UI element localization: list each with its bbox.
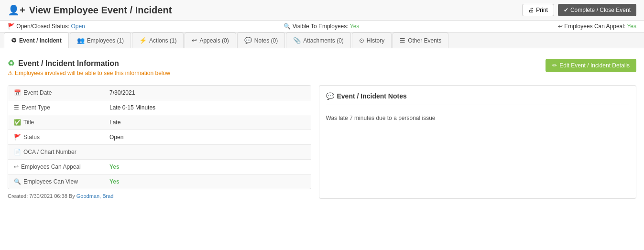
field-icon-2: ✅ bbox=[14, 119, 21, 126]
right-panel: 💬 Event / Incident Notes Was late 7 minu… bbox=[319, 85, 637, 199]
header-buttons: 🖨 Print ✔ Complete / Close Event bbox=[522, 4, 636, 16]
info-value-2: Late bbox=[104, 115, 311, 130]
info-value-3: Open bbox=[104, 130, 311, 144]
complete-close-button[interactable]: ✔ Complete / Close Event bbox=[558, 4, 636, 16]
edit-event-button[interactable]: ✏ Edit Event / Incident Details bbox=[546, 59, 636, 72]
tab-icon-notes: 💬 bbox=[244, 37, 252, 44]
tab-icon-appeals: ↩ bbox=[192, 37, 197, 44]
visible-value-link[interactable]: Yes bbox=[350, 23, 360, 30]
info-row-2: ✅TitleLate bbox=[8, 115, 311, 130]
tab-label-appeals: Appeals (0) bbox=[199, 37, 229, 44]
field-icon-5: ↩ bbox=[14, 163, 19, 170]
info-value-5: Yes bbox=[104, 160, 311, 174]
info-value-6: Yes bbox=[104, 174, 311, 189]
search-icon: 🔍 bbox=[284, 23, 291, 30]
tab-label-other-events: Other Events bbox=[408, 37, 441, 44]
tab-notes[interactable]: 💬Notes (0) bbox=[237, 33, 285, 48]
section-title-area: ♻ Event / Incident Information ⚠ Employe… bbox=[8, 59, 170, 82]
tab-label-attachments: Attachments (0) bbox=[303, 37, 344, 44]
tab-icon-employees: 👥 bbox=[77, 37, 85, 44]
warning-text: ⚠ Employees involved will be able to see… bbox=[8, 70, 170, 76]
info-label-1: ☰Event Type bbox=[8, 100, 104, 115]
tab-label-history: History bbox=[367, 37, 384, 44]
tab-label-notes: Notes (0) bbox=[254, 37, 278, 44]
info-label-6: 🔍Employees Can View bbox=[8, 174, 104, 189]
field-icon-3: 🚩 bbox=[14, 134, 21, 141]
pencil-icon: ✏ bbox=[552, 62, 557, 69]
print-button[interactable]: 🖨 Print bbox=[522, 4, 554, 16]
field-icon-4: 📄 bbox=[14, 149, 21, 155]
warning-icon: ⚠ bbox=[8, 70, 13, 76]
notes-icon: 💬 bbox=[326, 92, 334, 100]
info-label-4: 📄OCA / Chart Number bbox=[8, 145, 104, 159]
notes-content: Was late 7 minutes due to a personal iss… bbox=[326, 112, 630, 124]
info-value-1: Late 0-15 Minutes bbox=[104, 100, 311, 115]
tab-label-actions: Actions (1) bbox=[149, 37, 176, 44]
info-label-0: 📅Event Date bbox=[8, 86, 104, 100]
section-title-text: Event / Incident Information bbox=[18, 59, 119, 68]
info-table: 📅Event Date7/30/2021☰Event TypeLate 0-15… bbox=[8, 85, 311, 189]
page-title-text: View Employee Event / Incident bbox=[29, 5, 172, 16]
open-closed-status: 🚩 Open/Closed Status: Open bbox=[8, 23, 85, 30]
info-row-1: ☰Event TypeLate 0-15 Minutes bbox=[8, 100, 311, 115]
tab-attachments[interactable]: 📎Attachments (0) bbox=[286, 33, 351, 48]
add-person-icon: 👤+ bbox=[8, 4, 25, 16]
tab-appeals[interactable]: ↩Appeals (0) bbox=[185, 33, 236, 48]
page-wrapper: 👤+ View Employee Event / Incident 🖨 Prin… bbox=[0, 0, 644, 250]
info-row-3: 🚩StatusOpen bbox=[8, 130, 311, 145]
tab-icon-attachments: 📎 bbox=[293, 37, 301, 44]
status-bar: 🚩 Open/Closed Status: Open 🔍 Visible To … bbox=[0, 21, 644, 33]
notes-title: 💬 Event / Incident Notes bbox=[326, 92, 630, 105]
tabs-bar: ♻Event / Incident👥Employees (1)⚡Actions … bbox=[0, 33, 644, 48]
info-label-3: 🚩Status bbox=[8, 130, 104, 144]
tab-icon-other-events: ☰ bbox=[400, 37, 405, 44]
open-closed-link[interactable]: Open bbox=[71, 23, 85, 30]
tab-history[interactable]: ⊙History bbox=[352, 33, 392, 48]
tab-label-event-incident: Event / Incident bbox=[19, 37, 62, 44]
info-label-2: ✅Title bbox=[8, 115, 104, 130]
visible-to-employees: 🔍 Visible To Employees: Yes bbox=[284, 23, 359, 30]
tab-other-events[interactable]: ☰Other Events bbox=[393, 33, 448, 48]
field-icon-6: 🔍 bbox=[14, 178, 21, 185]
info-row-6: 🔍Employees Can ViewYes bbox=[8, 174, 311, 189]
printer-icon: 🖨 bbox=[528, 7, 534, 13]
info-row-4: 📄OCA / Chart Number bbox=[8, 145, 311, 160]
content-columns: 📅Event Date7/30/2021☰Event TypeLate 0-15… bbox=[8, 85, 636, 199]
tab-icon-actions: ⚡ bbox=[139, 37, 147, 44]
field-icon-0: 📅 bbox=[14, 89, 21, 96]
info-label-5: ↩Employees Can Appeal bbox=[8, 160, 104, 174]
appeal-status-icon: ↩ bbox=[558, 23, 563, 30]
appeal-value-link[interactable]: Yes bbox=[627, 23, 636, 30]
field-icon-1: ☰ bbox=[14, 104, 19, 111]
info-row-0: 📅Event Date7/30/2021 bbox=[8, 86, 311, 100]
employees-can-appeal: ↩ Employees Can Appeal: Yes bbox=[558, 23, 636, 30]
created-by-link[interactable]: Goodman, Brad bbox=[76, 193, 114, 199]
tab-icon-event-incident: ♻ bbox=[11, 37, 17, 44]
page-title: 👤+ View Employee Event / Incident bbox=[8, 4, 172, 16]
tab-icon-history: ⊙ bbox=[359, 37, 364, 44]
tab-employees[interactable]: 👥Employees (1) bbox=[70, 33, 131, 48]
info-row-5: ↩Employees Can AppealYes bbox=[8, 160, 311, 174]
info-value-4 bbox=[104, 145, 311, 159]
tab-event-incident[interactable]: ♻Event / Incident bbox=[4, 33, 69, 48]
checkmark-icon: ✔ bbox=[564, 7, 568, 13]
section-icon: ♻ bbox=[8, 59, 14, 68]
left-panel: 📅Event Date7/30/2021☰Event TypeLate 0-15… bbox=[8, 85, 311, 199]
flag-icon: 🚩 bbox=[8, 23, 15, 30]
created-text: Created: 7/30/2021 06:38 By Goodman, Bra… bbox=[8, 193, 311, 199]
tab-label-employees: Employees (1) bbox=[87, 37, 124, 44]
tab-actions[interactable]: ⚡Actions (1) bbox=[132, 33, 184, 48]
main-content: ♻ Event / Incident Information ⚠ Employe… bbox=[0, 48, 644, 205]
info-value-0: 7/30/2021 bbox=[104, 86, 311, 100]
page-header: 👤+ View Employee Event / Incident 🖨 Prin… bbox=[0, 0, 644, 21]
